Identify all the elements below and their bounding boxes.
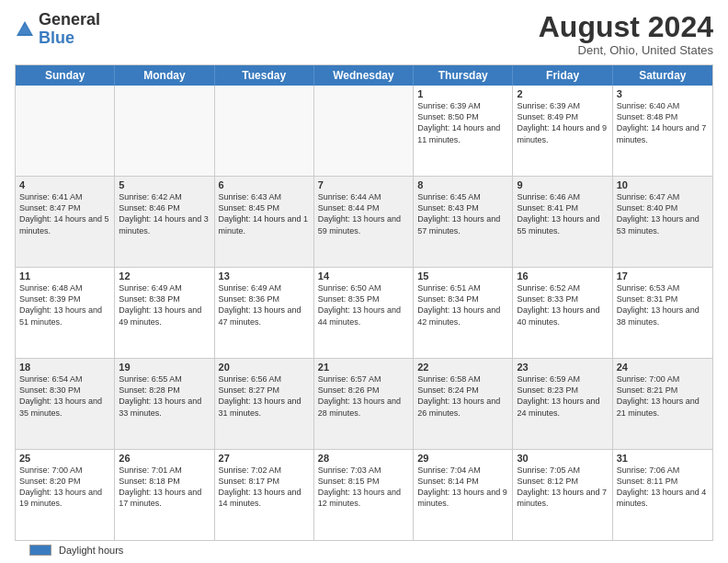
day-number: 9 [517, 179, 608, 190]
cal-cell: 28Sunrise: 7:03 AM Sunset: 8:15 PM Dayli… [314, 450, 414, 540]
cal-cell: 13Sunrise: 6:49 AM Sunset: 8:36 PM Dayli… [215, 268, 314, 358]
cal-header-cell-saturday: Saturday [613, 65, 712, 86]
cal-cell: 24Sunrise: 7:00 AM Sunset: 8:21 PM Dayli… [613, 359, 712, 449]
day-number: 31 [617, 453, 709, 464]
day-number: 17 [617, 270, 709, 282]
day-number: 7 [318, 179, 409, 190]
cal-cell: 10Sunrise: 6:47 AM Sunset: 8:40 PM Dayli… [613, 177, 712, 267]
day-number: 30 [517, 453, 608, 464]
day-number: 1 [417, 88, 508, 99]
cal-cell: 19Sunrise: 6:55 AM Sunset: 8:28 PM Dayli… [115, 359, 214, 449]
day-info: Sunrise: 6:44 AM Sunset: 8:44 PM Dayligh… [318, 191, 409, 236]
day-number: 27 [219, 453, 310, 464]
day-info: Sunrise: 6:46 AM Sunset: 8:41 PM Dayligh… [517, 191, 608, 236]
cal-cell: 16Sunrise: 6:52 AM Sunset: 8:33 PM Dayli… [513, 268, 612, 358]
calendar-body: 1Sunrise: 6:39 AM Sunset: 8:50 PM Daylig… [16, 86, 712, 540]
cal-cell: 11Sunrise: 6:48 AM Sunset: 8:39 PM Dayli… [16, 268, 115, 358]
day-info: Sunrise: 6:43 AM Sunset: 8:45 PM Dayligh… [219, 191, 310, 236]
month-title: August 2024 [539, 11, 713, 43]
day-number: 22 [417, 362, 508, 373]
day-info: Sunrise: 6:42 AM Sunset: 8:46 PM Dayligh… [119, 191, 210, 236]
cal-cell: 22Sunrise: 6:58 AM Sunset: 8:24 PM Dayli… [414, 359, 513, 449]
day-info: Sunrise: 7:02 AM Sunset: 8:17 PM Dayligh… [219, 465, 310, 510]
page: General Blue August 2024 Dent, Ohio, Uni… [0, 0, 728, 563]
day-number: 6 [219, 179, 310, 190]
cal-cell [16, 86, 115, 176]
cal-cell: 30Sunrise: 7:05 AM Sunset: 8:12 PM Dayli… [513, 450, 612, 540]
logo: General Blue [15, 11, 100, 48]
cal-cell: 9Sunrise: 6:46 AM Sunset: 8:41 PM Daylig… [513, 177, 612, 267]
day-info: Sunrise: 6:51 AM Sunset: 8:34 PM Dayligh… [417, 282, 508, 327]
day-number: 26 [119, 453, 210, 464]
day-number: 24 [617, 362, 709, 373]
cal-cell [314, 86, 414, 176]
cal-row-2: 11Sunrise: 6:48 AM Sunset: 8:39 PM Dayli… [16, 267, 712, 358]
cal-cell: 8Sunrise: 6:45 AM Sunset: 8:43 PM Daylig… [414, 177, 513, 267]
cal-cell: 27Sunrise: 7:02 AM Sunset: 8:17 PM Dayli… [215, 450, 314, 540]
logo-general: General [39, 10, 100, 29]
day-number: 29 [417, 453, 508, 464]
cal-row-0: 1Sunrise: 6:39 AM Sunset: 8:50 PM Daylig… [16, 86, 712, 176]
day-info: Sunrise: 6:57 AM Sunset: 8:26 PM Dayligh… [318, 373, 409, 419]
cal-row-3: 18Sunrise: 6:54 AM Sunset: 8:30 PM Dayli… [16, 358, 712, 449]
legend-box [29, 545, 51, 556]
cal-cell: 26Sunrise: 7:01 AM Sunset: 8:18 PM Dayli… [115, 450, 214, 540]
cal-cell: 21Sunrise: 6:57 AM Sunset: 8:26 PM Dayli… [314, 359, 414, 449]
day-info: Sunrise: 6:52 AM Sunset: 8:33 PM Dayligh… [517, 282, 608, 327]
day-number: 8 [417, 179, 508, 190]
day-number: 3 [617, 88, 709, 99]
day-number: 19 [119, 362, 210, 373]
cal-cell: 4Sunrise: 6:41 AM Sunset: 8:47 PM Daylig… [16, 177, 115, 267]
cal-header-cell-tuesday: Tuesday [215, 65, 314, 86]
cal-cell: 6Sunrise: 6:43 AM Sunset: 8:45 PM Daylig… [215, 177, 314, 267]
header: General Blue August 2024 Dent, Ohio, Uni… [15, 11, 713, 57]
cal-cell: 5Sunrise: 6:42 AM Sunset: 8:46 PM Daylig… [115, 177, 214, 267]
cal-cell: 23Sunrise: 6:59 AM Sunset: 8:23 PM Dayli… [513, 359, 612, 449]
cal-row-1: 4Sunrise: 6:41 AM Sunset: 8:47 PM Daylig… [16, 176, 712, 267]
cal-cell: 2Sunrise: 6:39 AM Sunset: 8:49 PM Daylig… [513, 86, 612, 176]
day-info: Sunrise: 7:05 AM Sunset: 8:12 PM Dayligh… [517, 465, 608, 510]
cal-cell: 14Sunrise: 6:50 AM Sunset: 8:35 PM Dayli… [314, 268, 414, 358]
day-info: Sunrise: 6:58 AM Sunset: 8:24 PM Dayligh… [417, 373, 508, 419]
day-number: 20 [219, 362, 310, 373]
logo-icon [15, 19, 35, 40]
title-block: August 2024 Dent, Ohio, United States [539, 11, 713, 57]
cal-cell: 25Sunrise: 7:00 AM Sunset: 8:20 PM Dayli… [16, 450, 115, 540]
cal-cell [215, 86, 314, 176]
logo-blue: Blue [39, 29, 74, 47]
day-info: Sunrise: 7:03 AM Sunset: 8:15 PM Dayligh… [318, 465, 409, 510]
day-info: Sunrise: 7:01 AM Sunset: 8:18 PM Dayligh… [119, 465, 210, 510]
day-info: Sunrise: 6:49 AM Sunset: 8:38 PM Dayligh… [119, 282, 210, 327]
day-info: Sunrise: 7:04 AM Sunset: 8:14 PM Dayligh… [417, 465, 508, 510]
cal-header-cell-monday: Monday [115, 65, 214, 86]
location: Dent, Ohio, United States [539, 43, 713, 57]
cal-cell: 15Sunrise: 6:51 AM Sunset: 8:34 PM Dayli… [414, 268, 513, 358]
day-number: 12 [119, 270, 210, 282]
day-info: Sunrise: 6:50 AM Sunset: 8:35 PM Dayligh… [318, 282, 409, 327]
day-number: 21 [318, 362, 409, 373]
day-number: 18 [19, 362, 110, 373]
day-number: 13 [219, 270, 310, 282]
day-info: Sunrise: 6:55 AM Sunset: 8:28 PM Dayligh… [119, 373, 210, 419]
day-info: Sunrise: 6:48 AM Sunset: 8:39 PM Dayligh… [19, 282, 110, 327]
cal-cell [115, 86, 214, 176]
day-info: Sunrise: 7:00 AM Sunset: 8:21 PM Dayligh… [617, 373, 709, 419]
cal-cell: 18Sunrise: 6:54 AM Sunset: 8:30 PM Dayli… [16, 359, 115, 449]
cal-cell: 7Sunrise: 6:44 AM Sunset: 8:44 PM Daylig… [314, 177, 414, 267]
cal-cell: 31Sunrise: 7:06 AM Sunset: 8:11 PM Dayli… [613, 450, 712, 540]
day-info: Sunrise: 6:45 AM Sunset: 8:43 PM Dayligh… [417, 191, 508, 236]
day-info: Sunrise: 6:47 AM Sunset: 8:40 PM Dayligh… [617, 191, 709, 236]
footer: Daylight hours [15, 541, 713, 556]
cal-header-cell-wednesday: Wednesday [314, 65, 414, 86]
day-number: 11 [19, 270, 110, 282]
cal-header-cell-thursday: Thursday [414, 65, 513, 86]
day-info: Sunrise: 6:53 AM Sunset: 8:31 PM Dayligh… [617, 282, 709, 327]
day-number: 25 [19, 453, 110, 464]
day-info: Sunrise: 6:49 AM Sunset: 8:36 PM Dayligh… [219, 282, 310, 327]
cal-cell: 3Sunrise: 6:40 AM Sunset: 8:48 PM Daylig… [613, 86, 712, 176]
day-info: Sunrise: 6:56 AM Sunset: 8:27 PM Dayligh… [219, 373, 310, 419]
day-number: 10 [617, 179, 709, 190]
cal-cell: 1Sunrise: 6:39 AM Sunset: 8:50 PM Daylig… [414, 86, 513, 176]
legend-label: Daylight hours [59, 545, 123, 556]
cal-cell: 17Sunrise: 6:53 AM Sunset: 8:31 PM Dayli… [613, 268, 712, 358]
